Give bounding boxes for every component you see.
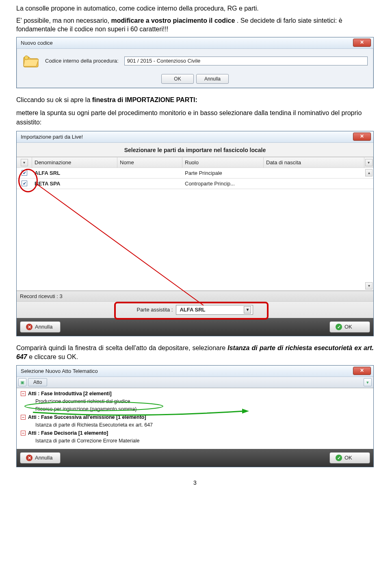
after2-text: Comparirà quindi la finestra di scelta d… [16, 344, 374, 362]
tree-group-label: Atti : Fase Successiva all'emissione [1 … [28, 414, 146, 420]
folder-icon [22, 54, 39, 68]
tree-group-label: Atti : Fase Introduttiva [2 elementi] [28, 391, 112, 396]
scroll-up-icon[interactable]: ▴ [365, 169, 373, 176]
intro-bold: modificare a vostro piacimento il codice [111, 17, 235, 24]
close-icon[interactable]: ✕ [353, 39, 371, 47]
parte-assistita-value: ALFA SRL [180, 307, 205, 313]
cell-denom: ALFA SRL [32, 170, 117, 176]
dialog2-buttonbar: ✕ Annulla ✓ OK [17, 318, 373, 336]
cell-ruolo: Controparte Princip... [182, 181, 264, 187]
intro-prefix: E' possibile, ma non necessario, [16, 17, 111, 24]
codice-input[interactable]: 901 / 2015 - Contenzioso Civile [124, 57, 368, 65]
dialog-import-parti: Importazione parti da Live! ✕ Selezionar… [16, 131, 374, 336]
cell-ruolo: Parte Principale [182, 170, 264, 176]
table-row[interactable]: ✔ BETA SPA Controparte Princip... [17, 179, 373, 189]
parte-assistita-select[interactable]: ALFA SRL ▼ [176, 305, 253, 315]
dialog2-subtitle: Selezionare le parti da importare nel fa… [17, 143, 373, 157]
svg-point-0 [24, 56, 28, 60]
tree-group[interactable]: −Atti : Fase Successiva all'emissione [1… [21, 414, 373, 421]
dialog-nuovo-codice: Nuovo codice ✕ Codice interno della proc… [16, 37, 374, 88]
table-empty-area: ▾ [17, 189, 373, 291]
intro-line1: La consolle propone in automatico, come … [16, 4, 374, 13]
scroll-down-icon[interactable]: ▾ [365, 282, 373, 290]
tree-group-label: Atti : Fase Decisoria [1 elemento] [28, 430, 108, 436]
tab-atto[interactable]: Atto [28, 378, 47, 386]
parte-assistita-label: Parte assistita : [137, 307, 173, 313]
after2-c: e cliccare su OK. [29, 353, 78, 360]
col-denominazione[interactable]: Denominazione [32, 157, 117, 168]
menu-icon[interactable]: ▾ [364, 378, 372, 386]
col-data-nascita[interactable]: Data di nascita [264, 157, 364, 168]
records-count: Record ricevuti : 3 [17, 291, 373, 301]
table-head: ▾ Denominazione Nome Ruolo Data di nasci… [17, 157, 373, 168]
col-ruolo[interactable]: Ruolo [182, 157, 264, 168]
atto-tree: −Atti : Fase Introduttiva [2 elementi] P… [17, 388, 373, 449]
dialog2-titlebar: Importazione parti da Live! ✕ [17, 131, 373, 143]
intro-line2: E' possibile, ma non necessario, modific… [16, 16, 374, 34]
ok-button[interactable]: ✓ OK [329, 321, 370, 333]
annulla-button[interactable]: ✕ Annulla [20, 321, 61, 333]
mid-bold: finestra di IMPORTAZIONE PARTI: [92, 96, 197, 103]
ok-button[interactable]: OK [161, 74, 194, 84]
mid-a: Cliccando su ok si apre la [16, 96, 92, 103]
mid-line2: mettere la spunta su ogni parte del proc… [16, 109, 374, 127]
close-icon: ✕ [26, 324, 32, 330]
checkbox[interactable]: ✔ [22, 170, 27, 176]
dialog3-toolbar: ▣ Atto ▾ [17, 377, 373, 388]
expand-icon[interactable]: ▣ [18, 378, 26, 386]
ok-label: OK [344, 455, 352, 461]
dialog1-titlebar: Nuovo codice ✕ [17, 37, 373, 49]
dialog-selezione-atto: Selezione Nuovo Atto Telematico ✕ ▣ Atto… [16, 365, 374, 467]
check-icon: ✓ [336, 455, 342, 461]
dialog3-buttonbar: ✕ Annulla ✓ OK [17, 449, 373, 467]
close-icon[interactable]: ✕ [353, 133, 371, 141]
cell-denom: BETA SPA [32, 181, 117, 187]
check-all-icon[interactable]: ▾ [21, 159, 28, 166]
dialog1-title: Nuovo codice [21, 40, 53, 46]
annulla-button[interactable]: Annulla [196, 74, 229, 84]
mid-line1: Cliccando su ok si apre la finestra di I… [16, 96, 374, 105]
ok-label: OK [344, 324, 352, 330]
dialog3-titlebar: Selezione Nuovo Atto Telematico ✕ [17, 366, 373, 377]
after2-a: Comparirà quindi la finestra di scelta d… [16, 344, 228, 351]
annulla-label: Annulla [35, 455, 52, 461]
chevron-down-icon[interactable]: ▼ [244, 306, 251, 314]
dialog2-title: Importazione parti da Live! [21, 134, 83, 140]
tree-group[interactable]: −Atti : Fase Introduttiva [2 elementi] [21, 390, 373, 398]
tree-item[interactable]: Istanza di parte di Correzione Errore Ma… [35, 437, 373, 445]
menu-icon[interactable]: ▾ [365, 159, 373, 166]
ok-button[interactable]: ✓ OK [329, 452, 370, 464]
checkbox[interactable]: ✔ [22, 181, 27, 186]
close-icon[interactable]: ✕ [353, 367, 371, 375]
page-number: 3 [16, 479, 374, 486]
tree-item[interactable]: Produzione documenti richiesti dal giudi… [35, 398, 373, 405]
check-icon: ✓ [336, 324, 342, 330]
table-row[interactable]: ✔ ALFA SRL Parte Principale ▴ [17, 168, 373, 179]
col-nome[interactable]: Nome [117, 157, 182, 168]
tree-item-istanza-647[interactable]: Istanza di parte di Richiesta Esecutorie… [35, 421, 373, 429]
codice-label: Codice interno della procedura: [45, 58, 119, 64]
parti-table: ▾ Denominazione Nome Ruolo Data di nasci… [17, 157, 373, 291]
dialog3-title: Selezione Nuovo Atto Telematico [21, 368, 98, 374]
tree-item[interactable]: Ricorso per ingiunzione (pagamento somma… [35, 405, 373, 413]
close-icon: ✕ [26, 455, 32, 461]
tree-group[interactable]: −Atti : Fase Decisoria [1 elemento] [21, 429, 373, 437]
parte-assistita-row: Parte assistita : ALFA SRL ▼ [17, 301, 373, 318]
annulla-label: Annulla [35, 324, 52, 330]
annulla-button[interactable]: ✕ Annulla [20, 452, 61, 464]
